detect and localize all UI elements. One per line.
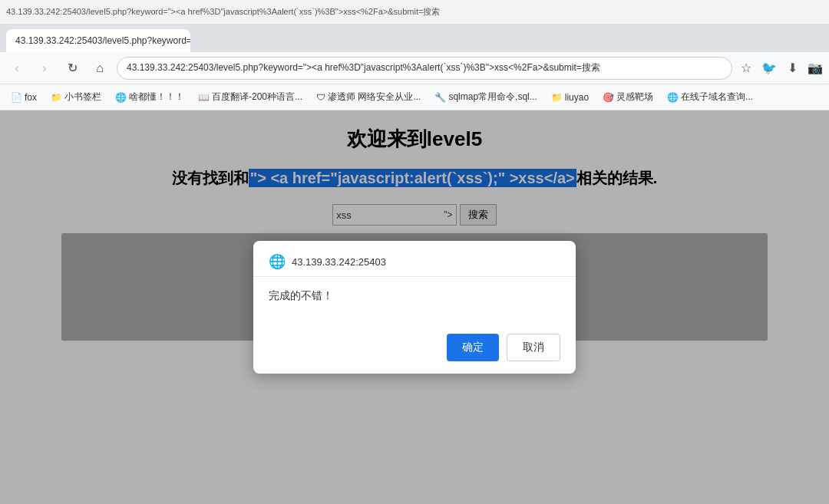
address-bar-icons: ☆ 🐦 ⬇ 📷	[738, 61, 823, 76]
address-bar-row: ‹ › ↻ ⌂ 43.139.33.242:25403/level5.php?k…	[0, 52, 829, 84]
bookmark-ziyuming[interactable]: 🌐 在线子域名查询...	[662, 88, 758, 106]
bookmark-liuyao[interactable]: 📁 liuyao	[547, 90, 593, 105]
bookmark-linggan[interactable]: 🎯 灵感靶场	[598, 88, 658, 106]
bookmark-fox[interactable]: 📄 fox	[6, 90, 41, 105]
bookmark-xiaoshu[interactable]: 📁 小书签栏	[46, 88, 106, 106]
dialog-message: 完成的不错！	[269, 289, 560, 303]
dialog-buttons: 确定 取消	[253, 328, 576, 374]
star-icon[interactable]: ☆	[738, 61, 754, 76]
baidu-icon: 📖	[198, 92, 210, 103]
dialog-header: 🌐 43.139.33.242:25403	[253, 241, 576, 277]
browser-title-text: 43.139.33.242:25403/level5.php?keyword="…	[6, 6, 440, 18]
fox-label: fox	[25, 92, 37, 103]
dialog-url: 43.139.33.242:25403	[292, 256, 386, 268]
address-bar[interactable]: 43.139.33.242:25403/level5.php?keyword="…	[117, 57, 732, 80]
globe-icon: 🌐	[269, 253, 286, 270]
shentou-label: 渗透师 网络安全从业...	[328, 91, 421, 104]
liuyao-label: liuyao	[565, 92, 589, 103]
xiaoshu-label: 小书签栏	[64, 91, 101, 104]
linggan-label: 灵感靶场	[616, 91, 653, 104]
cancel-button[interactable]: 取消	[507, 334, 560, 361]
back-button[interactable]: ‹	[6, 58, 28, 79]
dialog-body: 完成的不错！	[253, 277, 576, 328]
baidu-label: 百度翻译-200种语言...	[212, 91, 302, 104]
forward-button[interactable]: ›	[34, 58, 55, 79]
home-button[interactable]: ⌂	[89, 58, 111, 79]
twitter-icon[interactable]: 🐦	[761, 61, 777, 76]
sqlmap-label: sqlmap常用命令,sql...	[448, 91, 537, 104]
bookmarks-bar: 📄 fox 📁 小书签栏 🌐 啥都懂！！！ 📖 百度翻译-200种语言... 🛡…	[0, 84, 829, 110]
bookmark-hadong[interactable]: 🌐 啥都懂！！！	[111, 88, 189, 106]
tab-label: 43.139.33.242:25403/level5.php?keyword="…	[15, 35, 190, 46]
active-tab[interactable]: 43.139.33.242:25403/level5.php?keyword="…	[6, 29, 190, 52]
ziyuming-label: 在线子域名查询...	[681, 91, 753, 104]
liuyao-icon: 📁	[551, 92, 563, 103]
sqlmap-icon: 🔧	[434, 92, 446, 103]
bookmark-shentou[interactable]: 🛡 渗透师 网络安全从业...	[312, 88, 425, 106]
page-content: 欢迎来到level5 没有找到和"> <a href="javascript:a…	[0, 110, 829, 504]
fox-icon: 📄	[11, 92, 22, 103]
camera-icon[interactable]: 📷	[808, 61, 823, 76]
bookmark-baidu[interactable]: 📖 百度翻译-200种语言...	[193, 88, 307, 106]
xiaoshu-icon: 📁	[51, 92, 62, 103]
linggan-icon: 🎯	[603, 92, 614, 103]
hadong-icon: 🌐	[115, 92, 127, 103]
bookmark-sqlmap[interactable]: 🔧 sqlmap常用命令,sql...	[430, 88, 541, 106]
dialog-overlay: 🌐 43.139.33.242:25403 完成的不错！ 确定 取消	[0, 110, 829, 504]
dialog-box: 🌐 43.139.33.242:25403 完成的不错！ 确定 取消	[253, 241, 576, 374]
download-icon[interactable]: ⬇	[784, 61, 800, 76]
title-bar: 43.139.33.242:25403/level5.php?keyword="…	[0, 0, 829, 25]
refresh-button[interactable]: ↻	[61, 58, 83, 79]
shentou-icon: 🛡	[316, 92, 325, 103]
hadong-label: 啥都懂！！！	[129, 91, 184, 104]
confirm-button[interactable]: 确定	[447, 334, 499, 361]
ziyuming-icon: 🌐	[667, 92, 679, 103]
address-url: 43.139.33.242:25403/level5.php?keyword="…	[127, 61, 600, 74]
tab-bar: 43.139.33.242:25403/level5.php?keyword="…	[0, 25, 829, 52]
